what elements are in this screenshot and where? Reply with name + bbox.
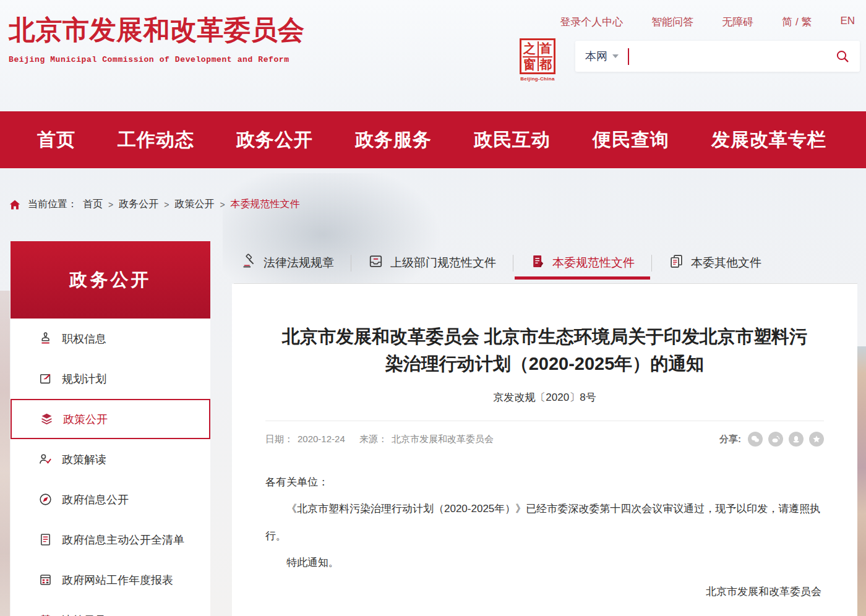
sidebar-item-label: 政府信息公开 [62,492,129,507]
inbox-document-icon [368,254,384,272]
article-title: 北京市发展和改革委员会 北京市生态环境局关于印发北京市塑料污染治理行动计划（20… [277,323,813,377]
nav-item-convenient-inquiry[interactable]: 便民查询 [593,127,669,153]
breadcrumb-separator: > [164,200,169,210]
utility-link-accessibility[interactable]: 无障碍 [722,15,753,29]
tab-committee-other-documents[interactable]: 本委其他文件 [652,254,778,272]
signature: 北京市发展和改革委员会 [265,578,824,605]
paragraph: 《北京市塑料污染治理行动计划（2020-2025年）》已经市委深改委第十四次会议… [265,495,824,549]
star-share-icon[interactable] [809,432,824,447]
seal-char: 之 [521,40,538,56]
nav-item-public-interaction[interactable]: 政民互动 [474,127,551,153]
breadcrumb-prefix: 当前位置： [28,198,77,211]
search-icon[interactable] [835,49,850,64]
page: 北京市发展和改革委员会 Beijing Municipal Commission… [0,0,866,616]
sidebar-list: 职权信息 规划计划 政策公开 政策解读 [11,319,210,616]
utility-links: 登录个人中心 智能问答 无障碍 简 / 繁 EN [560,15,855,29]
active-tab-underline [515,276,650,280]
search-scope-select[interactable]: 本网 [585,49,619,64]
sidebar-title: 政务公开 [11,241,210,319]
sidebar-item-label: 政府信息主动公开全清单 [62,533,184,547]
sidebar-item-label: 规划计划 [62,372,106,387]
breadcrumb: 当前位置： 首页 > 政务公开 > 政策公开 > 本委规范性文件 [9,198,300,211]
publish-date: 2020-12-24 [298,434,345,444]
breadcrumb-link-home[interactable]: 首页 [83,198,103,211]
sidebar-item-policy-interpretation[interactable]: 政策解读 [11,439,210,479]
site-title: 北京市发展和改革委员会 [9,12,305,48]
tab-label: 上级部门规范性文件 [390,255,496,271]
annual-report-icon [38,573,53,588]
seal-char: 首 [538,40,554,56]
nav-item-work-news[interactable]: 工作动态 [118,127,194,153]
breadcrumb-separator: > [108,200,113,210]
sidebar-item-authority-info[interactable]: 职权信息 [11,319,210,359]
qq-share-icon[interactable] [789,432,804,447]
nav-item-home[interactable]: 首页 [37,127,75,153]
seal-grid: 之 首 窗 都 [520,38,555,74]
sidebar-item-planning[interactable]: 规划计划 [11,359,210,399]
sidebar-item-label: 决策目录 [62,613,106,616]
site-logo[interactable]: 北京市发展和改革委员会 Beijing Municipal Commission… [9,12,305,64]
sidebar-item-proactive-disclosure-list[interactable]: 政府信息主动公开全清单 [11,520,210,560]
sidebar-item-gov-info-disclosure[interactable]: 政府信息公开 [11,479,210,520]
search-bar: 本网 [575,41,860,72]
breadcrumb-current: 本委规范性文件 [231,198,300,211]
calendar-icon [38,613,53,616]
utility-link-english[interactable]: EN [840,15,855,29]
layers-icon [39,412,54,427]
sidebar-item-label: 职权信息 [62,332,106,346]
background-watermark-left [0,291,10,616]
wechat-share-icon[interactable] [748,432,763,447]
sidebar-item-annual-website-report[interactable]: 政府网站工作年度报表 [11,560,210,600]
home-icon[interactable] [9,199,21,211]
sidebar-item-label: 政府网站工作年度报表 [62,573,173,588]
search-scope-label: 本网 [585,49,607,64]
document-number: 京发改规〔2020〕8号 [265,390,824,404]
share-bar: 分享: [719,432,824,447]
nav-item-gov-disclosure[interactable]: 政务公开 [236,127,313,153]
nav-item-gov-services[interactable]: 政务服务 [355,127,432,153]
utility-link-login[interactable]: 登录个人中心 [560,15,623,29]
tab-committee-normative-documents[interactable]: 本委规范性文件 [513,254,651,272]
sidebar: 政务公开 职权信息 规划计划 政策公开 [11,241,210,616]
site-subtitle: Beijing Municipal Commission of Developm… [9,55,305,64]
date-label: 日期： [265,434,293,444]
nav-item-reform-column[interactable]: 发展改革专栏 [711,127,826,153]
paragraph: 特此通知。 [265,549,824,576]
tab-laws-regulations[interactable]: 法律法规规章 [234,254,351,272]
documents-icon [669,254,684,272]
tab-label: 法律法规规章 [264,255,334,271]
article: 北京市发展和改革委员会 北京市生态环境局关于印发北京市塑料污染治理行动计划（20… [232,284,857,616]
sidebar-item-policy-disclosure[interactable]: 政策公开 [11,399,210,439]
background-watermark-right [857,346,866,616]
interpretation-icon [38,452,53,467]
seal-caption: Beijing-China [518,76,557,82]
search-input[interactable] [629,41,835,72]
utility-link-smart-qa[interactable]: 智能问答 [651,15,693,29]
tab-label: 本委规范性文件 [552,255,635,271]
sidebar-item-label: 政策公开 [63,412,108,427]
chevron-down-icon [612,54,619,58]
sidebar-item-label: 政策解读 [62,452,106,467]
compass-icon [38,492,53,507]
sidebar-item-decision-catalog[interactable]: 决策目录 [11,600,210,616]
source-value: 北京市发展和改革委员会 [392,434,494,444]
source-label: 来源： [359,434,387,444]
tab-label: 本委其他文件 [691,255,761,271]
main-nav: 首页 工作动态 政务公开 政务服务 政民互动 便民查询 发展改革专栏 [0,111,866,168]
utility-link-simplified-traditional[interactable]: 简 / 繁 [782,15,812,29]
breadcrumb-separator: > [220,200,225,210]
breadcrumb-link-policy-disclosure[interactable]: 政策公开 [174,198,214,211]
breadcrumb-link-gov-disclosure[interactable]: 政务公开 [119,198,158,211]
article-meta: 日期：2020-12-24 来源：北京市发展和改革委员会 分享: [265,421,824,447]
list-document-icon [38,533,53,547]
plan-edit-icon [38,372,53,387]
seal-char: 窗 [521,56,538,72]
stamp-icon [38,332,53,346]
tab-superior-documents[interactable]: 上级部门规范性文件 [351,254,513,272]
seal-char: 都 [538,56,554,72]
salutation: 各有关单位： [265,469,824,495]
article-body: 各有关单位： 《北京市塑料污染治理行动计划（2020-2025年）》已经市委深改… [265,469,824,605]
capital-window-seal[interactable]: 之 首 窗 都 Beijing-China [518,38,557,82]
weibo-share-icon[interactable] [768,432,783,447]
article-meta-left: 日期：2020-12-24 来源：北京市发展和改革委员会 [265,434,498,445]
